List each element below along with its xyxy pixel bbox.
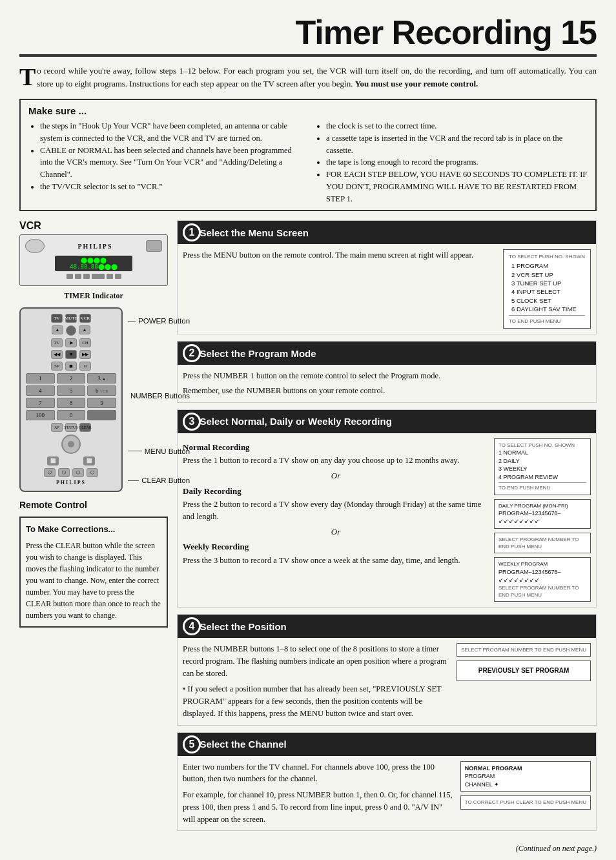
continued-text: (Continued on next page.) [19,844,597,854]
step4-screen1: SELECT PROGRAM NUMBER TO END PUSH MENU [457,643,591,657]
step3-screen2-note: SELECT PROGRAM NUMBER TO END PUSH MENU [494,533,591,553]
vcr-diagram: PHILIPS ⬤⬤⬤⬤ 48.88.88⬤⬤⬤ [19,234,168,286]
weekly-recording-title: Weekly Recording [183,540,489,553]
step1-number: 1 [183,223,201,241]
step2-header: Select the Program Mode [200,348,316,359]
daily-recording-text: Press the 2 button to record a TV show e… [183,498,489,523]
step3-screen2: DAILY PROGRAM (MON-FRI) PROGRAM–12345678… [494,499,591,529]
step1-text: Press the MENU button on the remote cont… [183,251,473,260]
vcr-display: ⬤⬤⬤⬤ 48.88.88⬤⬤⬤ [55,256,132,271]
step5-screen1: NORMAL PROGRAM PROGRAM CHANNEL ✦ [460,761,591,792]
corrections-title: To Make Corrections... [26,523,161,536]
make-sure-item: the clock is set to the correct time. [326,120,588,132]
step1-screen: TO SELECT PUSH NO. SHOWN 1 PROGRAM 2 VCR… [503,249,591,329]
step4-number: 4 [183,617,201,635]
step4-text1: Press the NUMBER buttons 1–8 to select o… [183,643,451,679]
step5-text1: Enter two numbers for the TV channel. Fo… [183,761,455,786]
drop-cap: T [19,67,36,87]
step1-header: Select the Menu Screen [200,227,309,238]
intro-bold-text: You must use your remote control. [355,79,478,88]
step2-number: 2 [183,344,201,362]
step4-screen2: PREVIOUSLY SET PROGRAM [457,660,591,681]
intro-main-text: o record while you're away, follow steps… [37,66,597,88]
make-sure-right-list: the clock is set to the correct time. a … [314,120,588,205]
normal-recording-text: Press the 1 button to record a TV show o… [183,455,489,467]
make-sure-box: Make sure ... the steps in "Hook Up Your… [19,99,597,211]
vcr-brand: PHILIPS [78,243,113,250]
step2-text1: Press the NUMBER 1 button on the remote … [183,370,591,382]
make-sure-left-list: the steps in "Hook Up Your VCR" have bee… [28,120,302,205]
step3-screen3: WEEKLY PROGRAM PROGRAM–12345678– ↙↙↙↙↙↙↙… [494,557,591,602]
step3-screen1: TO SELECT PUSH NO. SHOWN 1 NORMAL 2 DAIL… [494,438,591,495]
make-sure-item: the steps in "Hook Up Your VCR" have bee… [40,120,302,145]
normal-recording-title: Normal Recording [183,441,489,454]
make-sure-item: the TV/VCR selector is set to "VCR." [40,181,302,193]
timer-indicator-label: TIMER Indicator [19,291,168,301]
remote-diagram: TV MUTE VCR ▲ ▲ TV ▶ CH ◀ [19,307,123,492]
corrections-text: Press the CLEAR button while the screen … [26,541,161,620]
step3-section: 3 Select Normal, Daily or Weekly Recordi… [177,409,597,608]
step3-header: Select Normal, Daily or Weekly Recording [200,416,392,427]
step5-screen-end: TO CORRECT PUSH CLEAR TO END PUSH MENU [460,795,591,809]
step2-text2: Remember, use the NUMBER buttons on your… [183,385,591,397]
step5-number: 5 [183,735,201,753]
step5-text2: For example, for channel 10, press NUMBE… [183,789,455,825]
daily-recording-title: Daily Recording [183,485,489,498]
step3-number: 3 [183,413,201,431]
page-title: Timer Recording 15 [19,13,597,57]
make-sure-item: the tape is long enough to record the pr… [326,156,588,169]
or-2: Or [183,526,489,538]
or-1: Or [183,469,489,482]
step4-bullet: If you select a position number that has… [183,684,442,718]
remote-brand: PHILIPS [26,480,116,486]
make-sure-item: a cassette tape is inserted in the VCR a… [326,132,588,157]
step5-header: Select the Channel [200,739,287,750]
step4-bullet-icon: • [183,684,188,693]
make-sure-item: CABLE or NORMAL has been selected and ch… [40,145,302,181]
step5-section: 5 Select the Channel Enter two numbers f… [177,732,597,832]
vcr-label: VCR [19,220,168,232]
intro-paragraph: T o record while you're away, follow ste… [19,65,597,90]
remote-control-label: Remote Control [19,500,168,510]
step2-section: 2 Select the Program Mode Press the NUMB… [177,341,597,403]
step1-section: 1 Select the Menu Screen Press the MENU … [177,220,597,334]
make-sure-item-important: FOR EACH STEP BELOW, YOU HAVE 60 SECONDS… [326,169,588,205]
corrections-box: To Make Corrections... Press the CLEAR b… [19,517,168,628]
step4-header: Select the Position [200,621,287,632]
step4-section: 4 Select the Position Press the NUMBER b… [177,614,597,726]
weekly-recording-text: Press the 3 button to record a TV show o… [183,555,489,567]
make-sure-title: Make sure ... [28,105,588,116]
